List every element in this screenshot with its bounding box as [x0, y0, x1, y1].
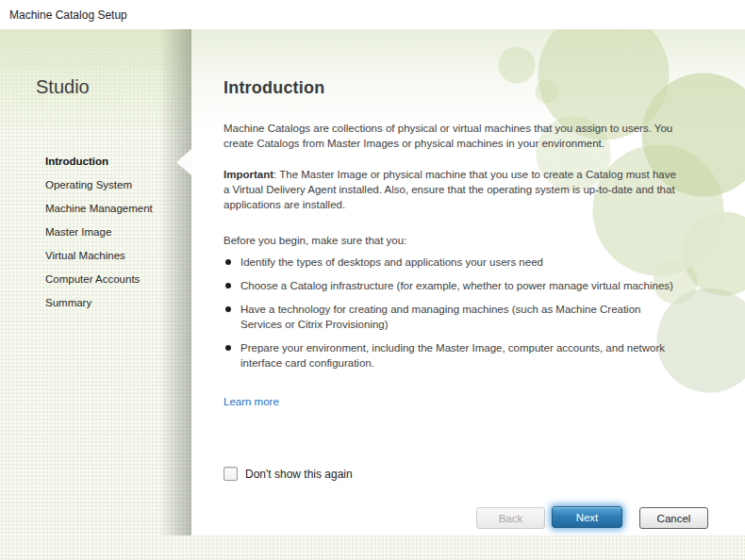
cancel-button[interactable]: Cancel — [639, 507, 708, 529]
back-button[interactable]: Back — [476, 507, 545, 529]
dont-show-label: Don't show this again — [245, 468, 353, 481]
current-step-arrow-icon — [176, 149, 191, 175]
bullet-icon — [225, 283, 231, 288]
wizard-step: Machine Management — [45, 197, 153, 221]
wizard-body: Studio IntroductionOperating SystemMachi… — [0, 29, 745, 560]
wizard-step: Summary — [45, 291, 153, 315]
wizard-step: Introduction — [45, 150, 153, 173]
checklist-item: Identify the types of desktops and appli… — [224, 255, 682, 270]
important-label: Important — [224, 169, 273, 180]
checklist-item: Prepare your environment, including the … — [224, 340, 682, 371]
checklist-item-text: Prepare your environment, including the … — [240, 342, 665, 369]
content-panel: Introduction Machine Catalogs are collec… — [191, 29, 745, 535]
important-text: : The Master Image or physical machine t… — [224, 169, 676, 210]
introduction-content: Introduction Machine Catalogs are collec… — [224, 80, 682, 409]
wizard-step: Computer Accounts — [45, 268, 153, 291]
checklist-item: Choose a Catalog infrastructure (for exa… — [224, 278, 682, 293]
machine-catalog-setup-window: Machine Catalog Setup Studio Introductio… — [0, 0, 745, 560]
important-paragraph: Important: The Master Image or physical … — [224, 167, 682, 212]
checklist-item: Have a technology for creating and manag… — [224, 302, 682, 332]
checklist: Identify the types of desktops and appli… — [224, 255, 682, 371]
learn-more-link[interactable]: Learn more — [224, 394, 279, 409]
bullet-icon — [225, 259, 231, 265]
checklist-item-text: Identify the types of desktops and appli… — [240, 256, 543, 268]
studio-logo: Studio — [36, 76, 90, 98]
wizard-step: Virtual Machines — [45, 244, 153, 268]
intro-paragraph: Machine Catalogs are collections of phys… — [224, 121, 682, 151]
window-title: Machine Catalog Setup — [9, 8, 127, 22]
wizard-step: Master Image — [45, 221, 153, 244]
bullet-icon — [225, 345, 231, 351]
before-you-begin-text: Before you begin, make sure that you: — [224, 233, 682, 248]
checklist-item-text: Choose a Catalog infrastructure (for exa… — [240, 280, 673, 291]
bullet-icon — [225, 306, 231, 312]
window-titlebar: Machine Catalog Setup — [0, 0, 745, 29]
wizard-sidebar: Studio IntroductionOperating SystemMachi… — [0, 29, 191, 560]
dont-show-checkbox[interactable] — [224, 467, 238, 481]
next-button[interactable]: Next — [552, 506, 622, 528]
dont-show-row: Don't show this again — [224, 467, 353, 481]
page-title: Introduction — [224, 80, 682, 95]
wizard-step: Operating System — [45, 173, 153, 197]
wizard-step-list: IntroductionOperating SystemMachine Mana… — [45, 150, 153, 315]
checklist-item-text: Have a technology for creating and manag… — [240, 304, 640, 330]
